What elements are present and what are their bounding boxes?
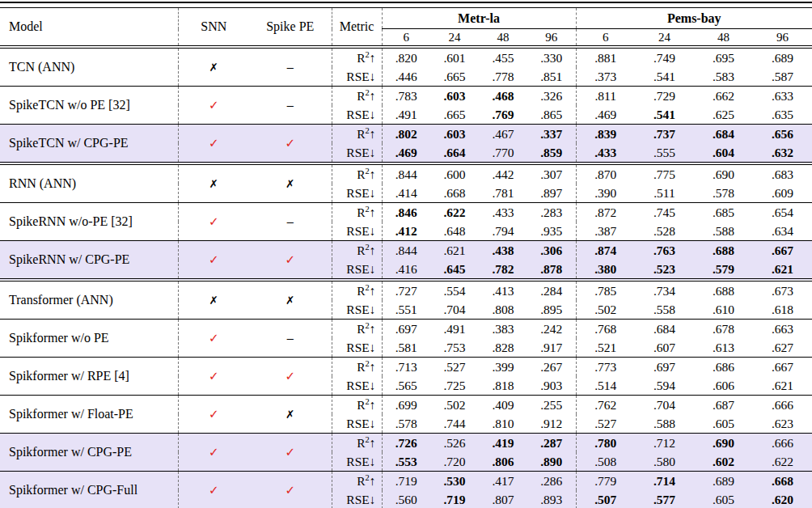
metric-value: .810: [479, 414, 527, 434]
metric-value: .433: [576, 143, 635, 163]
metric-value: .713: [382, 358, 430, 377]
horizon-label: 96: [527, 29, 576, 48]
horizon-label: 6: [382, 29, 430, 48]
metric-value: .380: [576, 260, 635, 280]
table-header: Model SNN Spike PE Metric Metr-la Pems-b…: [0, 8, 812, 48]
metric-value: .662: [694, 87, 753, 106]
snn-mark-cell: ✓: [178, 241, 249, 281]
metric-label: RSE↓: [332, 260, 382, 280]
metric-label: RSE↓: [332, 338, 382, 358]
metric-value: .781: [479, 184, 527, 203]
metric-value: .622: [753, 452, 812, 472]
metric-value: .699: [382, 396, 430, 415]
metric-value: .648: [430, 222, 479, 241]
metric-value: .468: [479, 87, 527, 106]
metric-value: .806: [479, 452, 527, 472]
metric-label: R2↑: [332, 396, 382, 415]
metric-value: .491: [430, 320, 479, 339]
metric-value: .578: [694, 184, 753, 203]
results-table-wrapper: Model SNN Spike PE Metric Metr-la Pems-b…: [0, 2, 812, 508]
metric-value: .769: [479, 105, 527, 125]
metric-value: .491: [382, 105, 430, 125]
metric-value: .446: [382, 67, 430, 87]
metric-value: .255: [527, 396, 576, 415]
metric-value: .330: [527, 47, 576, 67]
arrow-up-icon: ↑: [370, 284, 376, 298]
metric-value: .667: [753, 241, 812, 260]
metric-value: .704: [430, 300, 479, 320]
table-row: Transformer (ANN)✗✗R2↑.727.554.413.284.7…: [0, 280, 812, 300]
metric-value: .783: [382, 87, 430, 106]
metric-value: .622: [430, 203, 479, 222]
arrow-down-icon: ↓: [370, 417, 376, 430]
metric-value: .610: [694, 300, 753, 320]
metric-value: .588: [635, 414, 694, 434]
metric-value: .734: [635, 280, 694, 300]
metric-value: .695: [694, 47, 753, 67]
spike-pe-mark-cell: –: [249, 87, 332, 125]
metric-label: R2↑: [332, 203, 382, 222]
model-name: Spikformer w/ CPG-PE: [0, 434, 178, 472]
metric-value: .665: [430, 67, 479, 87]
metric-value: .507: [576, 490, 635, 508]
model-name: Spikformer w/ RPE [4]: [0, 358, 178, 396]
metric-value: .267: [527, 358, 576, 377]
model-name: Transformer (ANN): [0, 280, 178, 320]
metric-label: RSE↓: [332, 67, 382, 87]
horizon-label: 24: [635, 29, 694, 48]
metric-value: .645: [430, 260, 479, 280]
metric-value: .613: [694, 338, 753, 358]
metric-base: R: [357, 284, 365, 298]
metric-value: .768: [576, 320, 635, 339]
metric-value: .844: [382, 241, 430, 260]
model-name: Spikformer w/o PE: [0, 320, 178, 358]
table-row: SpikeRNN w/o-PE [32]✓–R2↑.846.622.433.28…: [0, 203, 812, 222]
metric-value: .609: [753, 184, 812, 203]
arrow-down-icon: ↓: [370, 341, 376, 354]
metric-base: R: [357, 436, 365, 450]
metric-value: .502: [430, 396, 479, 415]
arrow-up-icon: ↑: [370, 89, 376, 103]
metric-value: .551: [382, 300, 430, 320]
metric-value: .688: [694, 241, 753, 260]
metric-value: .527: [576, 414, 635, 434]
metric-value: .383: [479, 320, 527, 339]
metric-base: R: [357, 89, 365, 103]
horizon-label: 48: [479, 29, 527, 48]
metric-value: .605: [694, 414, 753, 434]
metric-value: .697: [635, 358, 694, 377]
metric-value: .606: [694, 376, 753, 396]
spike-pe-mark-cell: –: [249, 320, 332, 358]
metric-base: RSE: [346, 493, 369, 506]
check-icon: ✓: [209, 98, 219, 112]
metric-value: .890: [527, 452, 576, 472]
metric-value: .286: [527, 472, 576, 491]
table-row: Spikformer w/o PE✓–R2↑.697.491.383.242.7…: [0, 320, 812, 339]
metric-base: RSE: [346, 224, 369, 238]
metric-value: .697: [382, 320, 430, 339]
metric-base: R: [357, 322, 365, 336]
metric-value: .686: [694, 358, 753, 377]
metric-value: .414: [382, 184, 430, 203]
spike-pe-mark-cell: ✓: [249, 358, 332, 396]
metric-base: R: [357, 127, 365, 141]
metric-value: .521: [576, 338, 635, 358]
metric-label: RSE↓: [332, 452, 382, 472]
metric-value: .839: [576, 125, 635, 144]
metric-value: .242: [527, 320, 576, 339]
table-row: SpikeTCN w/o PE [32]✓–R2↑.783.603.468.32…: [0, 87, 812, 106]
metric-value: .689: [753, 47, 812, 67]
snn-mark-cell: ✓: [178, 434, 249, 472]
metric-value: .618: [753, 300, 812, 320]
metric-label: R2↑: [332, 87, 382, 106]
horizon-label: 96: [753, 29, 812, 48]
check-icon: ✓: [209, 407, 219, 421]
snn-mark-cell: ✗: [178, 280, 249, 320]
metric-value: .541: [635, 105, 694, 125]
metric-value: .690: [694, 163, 753, 184]
metric-value: .419: [479, 434, 527, 453]
metric-value: .714: [635, 472, 694, 491]
cross-icon: ✗: [285, 177, 294, 190]
metric-value: .807: [479, 490, 527, 508]
metric-value: .634: [753, 222, 812, 241]
